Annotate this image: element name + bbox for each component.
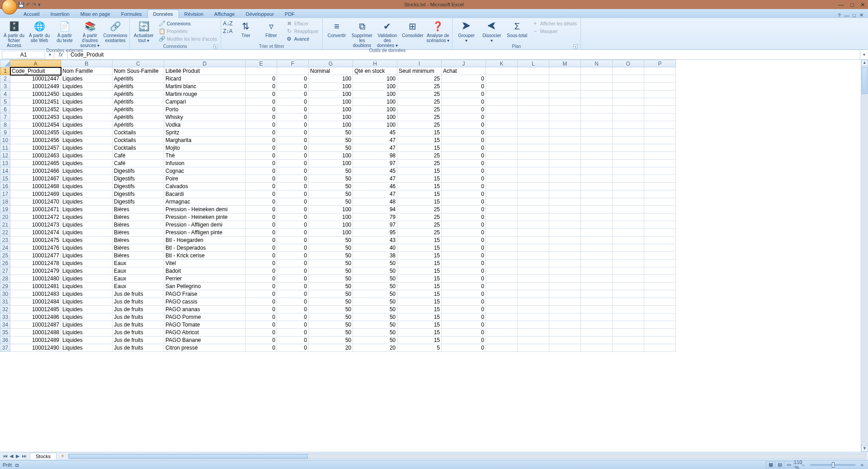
row-header[interactable]: 4 (0, 90, 10, 98)
workbook-close-button[interactable]: ✕ (859, 12, 863, 18)
cell[interactable] (549, 121, 581, 129)
cell[interactable]: 20 (309, 344, 353, 352)
column-header-I[interactable]: I (397, 60, 442, 67)
sheet-nav-prev-icon[interactable]: ◀ (8, 453, 14, 459)
cell[interactable]: 0 (245, 114, 277, 121)
cell[interactable] (581, 275, 613, 283)
cell[interactable]: 0 (442, 90, 486, 98)
cell[interactable]: 15 (397, 298, 442, 306)
ribbon-button-afficher-les-d-tails[interactable]: +Afficher les détails (530, 20, 579, 27)
ribbon-button-trier[interactable]: ⇅Trier (234, 19, 258, 38)
cell[interactable] (518, 137, 549, 144)
cell[interactable] (613, 75, 644, 83)
ribbon-tab-accueil[interactable]: Accueil (18, 10, 45, 18)
cell[interactable] (644, 298, 676, 306)
cell[interactable] (613, 90, 644, 98)
cell[interactable]: 0 (442, 267, 486, 275)
cell[interactable]: 0 (442, 213, 486, 221)
cell[interactable]: 0 (277, 137, 309, 144)
cell[interactable]: 0 (277, 198, 309, 206)
zoom-level[interactable]: 110 % (794, 460, 800, 469)
cell[interactable]: 15 (397, 190, 442, 198)
cell[interactable]: Perrier (164, 275, 245, 283)
column-header-D[interactable]: D (164, 60, 245, 67)
minimize-button[interactable]: — (838, 1, 844, 8)
cell[interactable] (613, 260, 644, 267)
ribbon-button-filtrer[interactable]: ▿Filtrer (259, 19, 283, 38)
ribbon-button--partir[interactable]: 📄À partirdu texte (52, 19, 77, 43)
cell[interactable] (613, 83, 644, 90)
cell[interactable]: 0 (277, 321, 309, 329)
cell[interactable]: Jus de fruits (113, 321, 164, 329)
cell[interactable] (486, 267, 518, 275)
cell[interactable]: 50 (353, 283, 397, 290)
cell[interactable] (486, 229, 518, 237)
cell[interactable] (581, 260, 613, 267)
cell[interactable] (613, 313, 644, 321)
cell[interactable]: 15 (397, 252, 442, 260)
row-header[interactable]: 32 (0, 306, 10, 313)
row-header[interactable]: 30 (0, 290, 10, 298)
cell[interactable]: 50 (309, 283, 353, 290)
cell[interactable]: Btl - Hoegarden (164, 237, 245, 244)
cell[interactable] (581, 344, 613, 352)
cell[interactable]: 0 (277, 160, 309, 167)
ribbon-tab-données[interactable]: Données (147, 9, 179, 18)
cell[interactable] (644, 75, 676, 83)
row-header[interactable]: 7 (0, 114, 10, 121)
cell[interactable] (549, 129, 581, 137)
zoom-slider[interactable] (810, 464, 855, 466)
column-header-K[interactable]: K (486, 60, 518, 67)
cell[interactable]: 100 (309, 160, 353, 167)
cell[interactable]: Liquides (61, 75, 113, 83)
cell[interactable]: Margharita (164, 137, 245, 144)
cell[interactable] (518, 160, 549, 167)
cell[interactable]: 0 (277, 167, 309, 175)
cell[interactable]: 0 (277, 306, 309, 313)
cell[interactable]: 50 (309, 144, 353, 152)
cell[interactable] (613, 298, 644, 306)
cell[interactable] (581, 267, 613, 275)
cell[interactable] (644, 260, 676, 267)
cell[interactable]: 100 (309, 75, 353, 83)
cell[interactable] (486, 167, 518, 175)
cell[interactable]: 46 (353, 183, 397, 190)
cell[interactable]: Armagnac (164, 198, 245, 206)
cell[interactable]: 15 (397, 144, 442, 152)
cell[interactable] (613, 137, 644, 144)
cell[interactable]: 0 (442, 221, 486, 229)
cell[interactable] (581, 221, 613, 229)
insert-sheet-icon[interactable]: ✦ (58, 453, 66, 459)
cell[interactable] (549, 160, 581, 167)
cell[interactable]: 100012465 (10, 160, 61, 167)
cell[interactable]: 100012479 (10, 267, 61, 275)
cell[interactable] (581, 298, 613, 306)
cell[interactable] (486, 283, 518, 290)
cell[interactable] (518, 75, 549, 83)
cell[interactable]: Vodka (164, 121, 245, 129)
select-all-corner[interactable] (0, 60, 10, 67)
cell[interactable]: 100012454 (10, 121, 61, 129)
cell[interactable]: 25 (397, 206, 442, 213)
cell[interactable]: 100012485 (10, 306, 61, 313)
cell[interactable]: Liquides (61, 83, 113, 90)
cell[interactable] (581, 75, 613, 83)
cell[interactable]: 100 (353, 114, 397, 121)
cell[interactable]: 15 (397, 267, 442, 275)
cell[interactable] (518, 213, 549, 221)
cell[interactable] (644, 336, 676, 344)
cell[interactable] (549, 75, 581, 83)
cell[interactable] (486, 329, 518, 336)
cell[interactable]: 0 (442, 144, 486, 152)
ribbon-button-analyse-de[interactable]: ❓Analyse descénarios ▾ (426, 19, 450, 43)
cell[interactable] (613, 98, 644, 106)
cell[interactable]: Liquides (61, 129, 113, 137)
cell[interactable] (581, 137, 613, 144)
cell[interactable]: Liquides (61, 213, 113, 221)
cell[interactable]: 47 (353, 175, 397, 183)
cell[interactable]: Btl - Krick cerise (164, 252, 245, 260)
cell[interactable] (486, 137, 518, 144)
cell[interactable]: Liquides (61, 313, 113, 321)
cell[interactable] (549, 344, 581, 352)
cell[interactable] (518, 144, 549, 152)
